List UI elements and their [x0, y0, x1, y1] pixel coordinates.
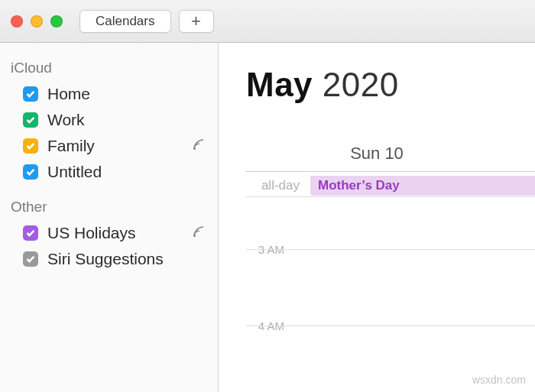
svg-point-0: [193, 147, 196, 149]
add-calendar-button[interactable]: +: [179, 10, 214, 33]
shared-calendar-icon: [192, 137, 207, 156]
sidebar-item-work[interactable]: Work: [0, 107, 218, 133]
all-day-label: all-day: [246, 178, 310, 193]
zoom-window-icon[interactable]: [50, 15, 63, 28]
svg-point-1: [193, 234, 196, 236]
month-name: May: [246, 66, 313, 103]
checkbox-icon[interactable]: [23, 225, 38, 241]
sidebar-item-label: Home: [47, 85, 207, 103]
minimize-window-icon[interactable]: [31, 15, 43, 28]
title-bar: Calendars +: [0, 0, 535, 43]
checkbox-icon[interactable]: [23, 86, 38, 102]
shared-calendar-icon: [192, 224, 207, 243]
sidebar-item-label: Family: [47, 137, 183, 155]
month-year: 2020: [313, 66, 399, 103]
divider: [246, 171, 535, 172]
checkbox-icon[interactable]: [23, 164, 38, 180]
sidebar-group-icloud: iCloud: [0, 57, 218, 81]
calendar-sidebar: iCloud Home Work Family Untitled Other U…: [0, 43, 219, 392]
sidebar-item-label: US Holidays: [47, 224, 183, 242]
all-day-row: all-day Mother’s Day: [246, 174, 535, 197]
sidebar-item-label: Untitled: [47, 163, 207, 181]
sidebar-item-siri-suggestions[interactable]: Siri Suggestions: [0, 246, 218, 272]
checkbox-icon[interactable]: [23, 251, 38, 267]
checkbox-icon[interactable]: [23, 138, 38, 154]
sidebar-item-us-holidays[interactable]: US Holidays: [0, 220, 218, 246]
sidebar-item-family[interactable]: Family: [0, 133, 218, 159]
all-day-event[interactable]: Mother’s Day: [310, 176, 535, 196]
sidebar-item-label: Siri Suggestions: [47, 250, 207, 268]
watermark: wsxdn.com: [472, 374, 526, 386]
hour-gridline: [246, 326, 535, 326]
close-window-icon[interactable]: [11, 15, 23, 28]
sidebar-item-untitled[interactable]: Untitled: [0, 159, 218, 185]
day-column-header[interactable]: Sun 10: [219, 144, 535, 164]
calendars-button[interactable]: Calendars: [79, 10, 171, 33]
sidebar-item-home[interactable]: Home: [0, 81, 218, 107]
hour-gridline: [246, 249, 535, 250]
checkbox-icon[interactable]: [23, 112, 38, 128]
sidebar-item-label: Work: [47, 111, 207, 129]
window-traffic-lights: [11, 15, 63, 28]
calendar-day-view: May 2020 Sun 10 all-day Mother’s Day 3 A…: [219, 43, 535, 392]
sidebar-group-other: Other: [0, 196, 218, 220]
month-title: May 2020: [219, 43, 535, 104]
